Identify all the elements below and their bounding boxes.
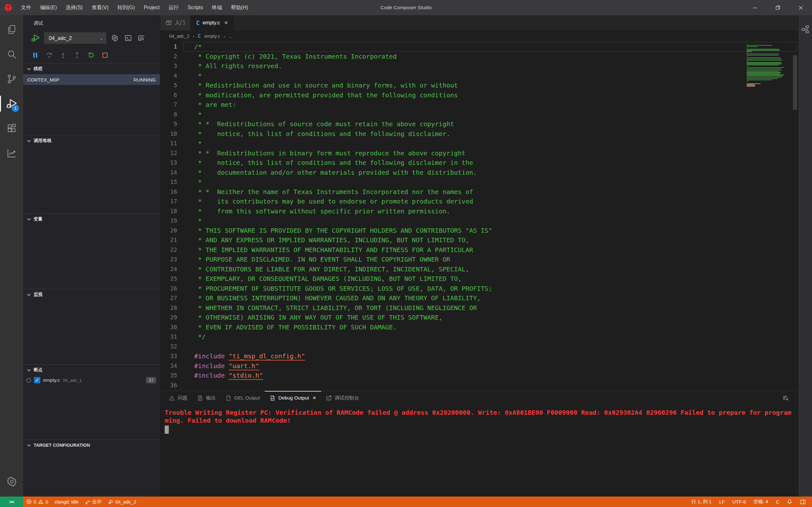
line-number[interactable]: 33 xyxy=(160,351,183,361)
breakpoint-checkbox[interactable]: ✓ xyxy=(34,377,40,383)
step-over-icon[interactable] xyxy=(45,51,53,59)
code-text[interactable] xyxy=(183,342,198,352)
code-text[interactable]: * its contributors may be used to endors… xyxy=(183,196,473,207)
remote-indicator[interactable]: >< xyxy=(0,497,23,507)
extensions-icon[interactable] xyxy=(0,116,23,141)
line-number[interactable]: 23 xyxy=(160,255,183,265)
variables-header[interactable]: 变量 xyxy=(23,214,160,224)
menu-item-8[interactable]: 终端 xyxy=(207,0,226,15)
line-number[interactable]: 16 xyxy=(160,187,183,197)
line-number[interactable]: 27 xyxy=(160,293,183,303)
line-number[interactable]: 25 xyxy=(160,274,183,284)
search-icon[interactable] xyxy=(0,42,23,67)
line-number[interactable]: 10 xyxy=(160,129,183,139)
cursor-position-status[interactable]: 行 1, 列 1 xyxy=(688,499,715,505)
watch-header[interactable]: 监视 xyxy=(23,289,160,300)
line-number[interactable]: 17 xyxy=(160,196,183,207)
close-panel-tab-icon[interactable]: ✕ xyxy=(312,395,316,400)
line-number[interactable]: 32 xyxy=(160,342,183,352)
code-text[interactable]: * Redistribution and use in source and b… xyxy=(183,80,458,90)
debug-target-status[interactable]: 04_adc_2 xyxy=(105,497,140,507)
code-text[interactable]: * documentation and/or other materials p… xyxy=(183,168,477,178)
encoding-status[interactable]: UTF-8 xyxy=(728,499,750,504)
code-text[interactable]: #include "stdio.h" xyxy=(183,371,263,381)
analysis-chart-icon[interactable] xyxy=(0,141,23,166)
line-number[interactable]: 22 xyxy=(160,245,183,255)
debug-start-icon[interactable] xyxy=(31,33,40,43)
launch-config-select[interactable]: 04_adc_2 ⌄ xyxy=(44,32,106,44)
breakpoint-row[interactable]: ✓ empty.c 04_adc_1 37 xyxy=(23,376,160,383)
line-number[interactable]: 35 xyxy=(160,371,183,381)
code-text[interactable]: * OR BUSINESS INTERRUPTION) HOWEVER CAUS… xyxy=(183,293,481,303)
line-number[interactable]: 26 xyxy=(160,284,183,294)
tab-empty-c[interactable]: C empty.c ✕ xyxy=(191,15,234,31)
notifications-bell-icon[interactable] xyxy=(783,499,796,504)
code-editor[interactable]: 1/*2 * Copyright (c) 2021, Texas Instrum… xyxy=(160,42,798,391)
code-text[interactable]: #include "uart.h" xyxy=(183,361,259,371)
line-number[interactable]: 21 xyxy=(160,235,183,245)
breadcrumb-more[interactable]: ... xyxy=(229,34,232,39)
panel-tab-0[interactable]: 问题 xyxy=(164,391,192,405)
minimize-button[interactable] xyxy=(744,0,766,15)
system-view-icon[interactable] xyxy=(801,25,810,34)
panel-layout-icon[interactable] xyxy=(796,499,809,504)
indent-status[interactable]: 空格: 4 xyxy=(750,499,772,505)
code-text[interactable]: * THE IMPLIED WARRANTIES OF MERCHANTABIL… xyxy=(183,245,473,255)
code-text[interactable]: * CONTRIBUTORS BE LIABLE FOR ANY DIRECT,… xyxy=(183,265,469,274)
editor-scrollbar[interactable] xyxy=(793,55,797,110)
code-text[interactable]: * EVEN IF ADVISED OF THE POSSIBILITY OF … xyxy=(183,323,397,332)
line-number[interactable]: 14 xyxy=(160,168,183,178)
clear-output-icon[interactable] xyxy=(782,395,789,401)
eol-status[interactable]: LF xyxy=(715,499,728,504)
line-number[interactable]: 3 xyxy=(160,61,183,71)
line-number[interactable]: 13 xyxy=(160,158,183,168)
menu-item-6[interactable]: 运行 xyxy=(164,0,183,15)
target-configuration-header[interactable]: TARGET CONFIGURATION xyxy=(23,440,160,451)
settings-gear-icon[interactable] xyxy=(0,469,23,494)
menu-item-9[interactable]: 帮助(H) xyxy=(226,0,253,15)
code-text[interactable]: * modification, are permitted provided t… xyxy=(183,90,458,100)
panel-tab-4[interactable]: 调试控制台 xyxy=(321,391,364,405)
menu-item-5[interactable]: Project xyxy=(139,0,164,15)
minimap[interactable] xyxy=(747,44,786,88)
line-number[interactable]: 15 xyxy=(160,177,183,187)
line-number[interactable]: 24 xyxy=(160,265,183,274)
line-number[interactable]: 28 xyxy=(160,303,183,313)
line-number[interactable]: 5 xyxy=(160,80,183,90)
code-text[interactable]: * OTHERWISE) ARISING IN ANY WAY OUT OF T… xyxy=(183,313,443,323)
panel-tab-3[interactable]: Debug Output✕ xyxy=(265,391,321,405)
line-number[interactable]: 4 xyxy=(160,71,183,81)
stop-icon[interactable] xyxy=(101,51,109,59)
code-text[interactable]: * * Redistributions of source code must … xyxy=(183,119,454,129)
pause-icon[interactable] xyxy=(31,51,39,59)
code-text[interactable]: * notice, this list of conditions and th… xyxy=(183,129,450,139)
code-text[interactable]: */ xyxy=(183,332,206,342)
clangd-status[interactable]: clangd: idle xyxy=(51,497,82,507)
source-control-icon[interactable] xyxy=(0,67,23,91)
code-text[interactable]: * xyxy=(183,71,202,81)
close-tab-icon[interactable]: ✕ xyxy=(224,20,228,26)
line-number[interactable]: 2 xyxy=(160,52,183,61)
code-text[interactable]: * notice, this list of conditions and th… xyxy=(183,158,473,168)
code-text[interactable]: * WHETHER IN CONTRACT, STRICT LIABILITY,… xyxy=(183,303,477,313)
debug-console-icon[interactable] xyxy=(123,33,133,43)
step-into-icon[interactable] xyxy=(59,51,67,59)
line-number[interactable]: 12 xyxy=(160,149,183,158)
code-text[interactable]: * * Redistributions in binary form must … xyxy=(183,149,465,158)
menu-item-0[interactable]: 文件 xyxy=(16,0,36,15)
line-number[interactable]: 7 xyxy=(160,100,183,110)
code-text[interactable] xyxy=(183,381,198,390)
code-text[interactable]: * * Neither the name of Texas Instrument… xyxy=(183,187,473,197)
live-share-status[interactable]: 合作 xyxy=(82,497,105,507)
code-text[interactable]: * xyxy=(183,110,202,119)
threads-header[interactable]: 线程 xyxy=(23,63,160,74)
breakpoints-header[interactable]: 断点 xyxy=(23,364,160,376)
line-number[interactable]: 30 xyxy=(160,323,183,332)
menu-item-3[interactable]: 查看(V) xyxy=(87,0,113,15)
code-text[interactable]: #include "ti_msp_dl_config.h" xyxy=(183,351,305,361)
maximize-button[interactable] xyxy=(766,0,789,15)
line-number[interactable]: 31 xyxy=(160,332,183,342)
launch-settings-gear-icon[interactable] xyxy=(110,33,120,43)
line-number[interactable]: 36 xyxy=(160,381,183,390)
line-number[interactable]: 19 xyxy=(160,216,183,226)
